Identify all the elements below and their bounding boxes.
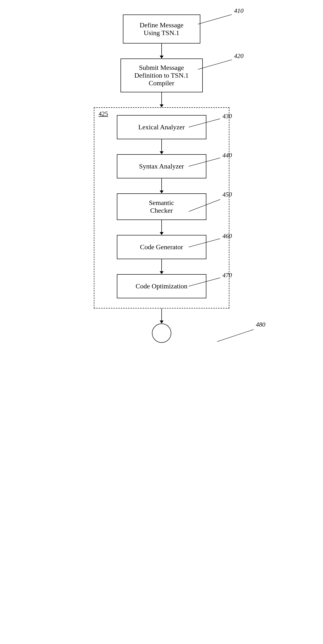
arrow-1 <box>160 44 164 58</box>
code-generator-box: Code Generator <box>117 235 206 259</box>
code-optimization-label: Code Optimization <box>136 282 187 290</box>
ref-420: 420 <box>234 52 244 60</box>
flowchart-diagram: Define MessageUsing TSN.1 410 Submit Mes… <box>77 14 246 343</box>
ref-410: 410 <box>234 7 244 14</box>
ref-450: 450 <box>223 191 232 198</box>
code-generator-label: Code Generator <box>140 243 183 251</box>
lexical-analyzer-label: Lexical Analyzer <box>138 123 185 131</box>
ref-430: 430 <box>223 113 232 120</box>
dashed-group: 425 Lexical Analyzer 430 Syntax Analyze <box>94 107 229 308</box>
syntax-analyzer-label: Syntax Analyzer <box>139 162 184 170</box>
ref-440: 440 <box>223 152 232 159</box>
arrow-2 <box>160 92 164 107</box>
arrow-4 <box>160 178 164 194</box>
syntax-analyzer-box: Syntax Analyzer <box>117 154 206 178</box>
terminal-circle <box>152 324 171 343</box>
arrow-7 <box>160 308 164 324</box>
lexical-analyzer-box: Lexical Analyzer <box>117 115 206 139</box>
semantic-checker-box: SemanticChecker <box>117 194 206 220</box>
svg-line-7 <box>217 330 253 342</box>
ref-470: 470 <box>223 272 232 279</box>
svg-line-1 <box>198 60 232 70</box>
svg-line-0 <box>198 14 232 24</box>
arrow-6 <box>160 259 164 274</box>
code-optimization-box: Code Optimization <box>117 274 206 298</box>
define-message-label: Define MessageUsing TSN.1 <box>140 21 183 37</box>
semantic-checker-label: SemanticChecker <box>149 199 174 214</box>
submit-message-label: Submit MessageDefinition to TSN.1Compile… <box>134 64 188 87</box>
arrow-5 <box>160 220 164 235</box>
submit-message-box: Submit MessageDefinition to TSN.1Compile… <box>121 58 203 92</box>
ref-480: 480 <box>256 321 265 328</box>
define-message-box: Define MessageUsing TSN.1 <box>123 14 200 44</box>
arrow-3 <box>160 139 164 154</box>
ref-460: 460 <box>223 232 232 240</box>
